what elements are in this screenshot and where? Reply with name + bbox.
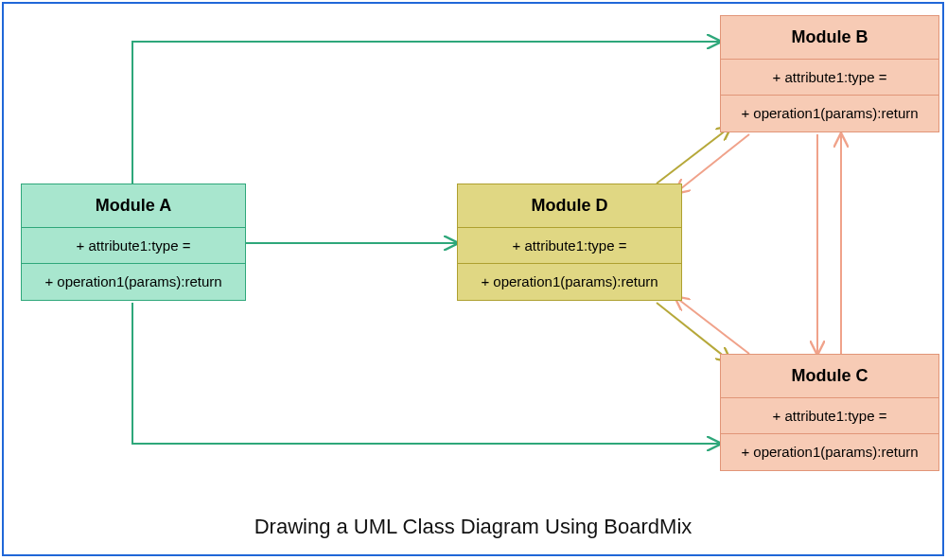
edge-a-c [132,303,720,444]
module-b-operation: + operation1(params):return [721,96,938,131]
edge-a-b [132,42,720,184]
module-d-operation: + operation1(params):return [458,264,681,300]
module-d-title: Module D [458,184,681,228]
module-b-title: Module B [721,16,938,60]
module-d-attribute: + attribute1:type = [458,228,681,264]
module-a-operation: + operation1(params):return [22,264,245,300]
module-c-title: Module C [721,355,938,398]
module-b[interactable]: Module B + attribute1:type = + operation… [720,15,939,132]
module-c-operation: + operation1(params):return [721,434,938,470]
module-c[interactable]: Module C + attribute1:type = + operation… [720,354,939,471]
module-a-attribute: + attribute1:type = [22,228,245,264]
diagram-title: Drawing a UML Class Diagram Using BoardM… [4,515,942,539]
edge-d-c [657,303,730,361]
edge-b-d [675,134,749,193]
module-a[interactable]: Module A + attribute1:type = + operation… [21,184,246,301]
edge-c-d [675,297,749,354]
module-b-attribute: + attribute1:type = [721,60,938,96]
edge-d-b [657,127,730,184]
module-a-title: Module A [22,184,245,228]
module-c-attribute: + attribute1:type = [721,398,938,434]
module-d[interactable]: Module D + attribute1:type = + operation… [457,184,682,301]
diagram-frame: Module A + attribute1:type = + operation… [2,2,944,556]
